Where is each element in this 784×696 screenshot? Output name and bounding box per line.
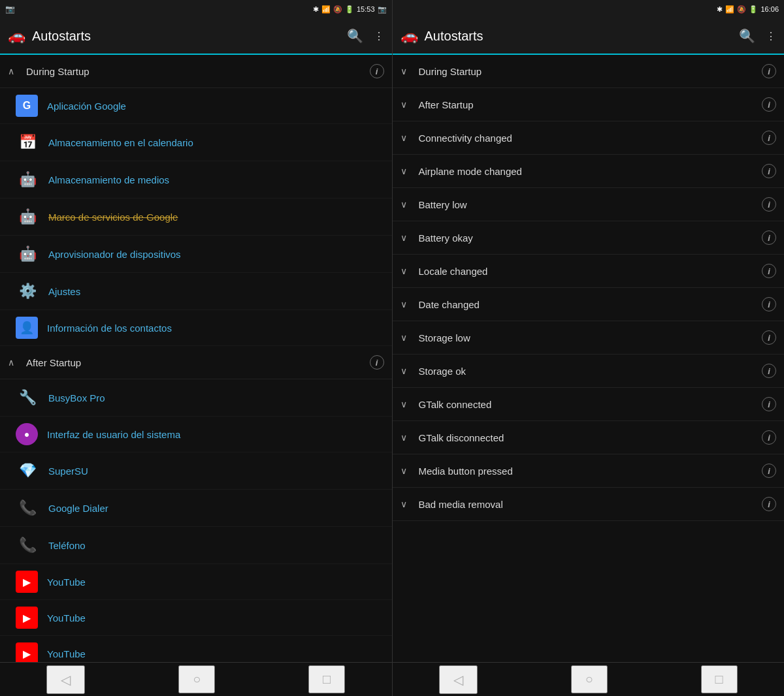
app-name: YouTube (47, 577, 86, 588)
bottom-nav: ◁ ○ □ ◁ ○ □ (0, 662, 784, 696)
back-button-left[interactable]: ◁ (46, 665, 85, 694)
chevron-cat-storage-ok: ∨ (400, 366, 411, 376)
info-cat-airplane[interactable]: i (762, 164, 776, 178)
list-item[interactable]: 📞 Google Dialer (0, 490, 392, 527)
recents-button-left[interactable]: □ (308, 665, 345, 693)
category-date[interactable]: ∨ Date changed i (393, 288, 785, 321)
search-button-left[interactable]: 🔍 (347, 28, 363, 44)
list-item[interactable]: 🔧 BusyBox Pro (0, 379, 392, 417)
app-icon-yt3: ▶ (16, 642, 38, 662)
list-item[interactable]: 📞 Teléfono (0, 527, 392, 564)
chevron-cat-battery-okay: ∨ (400, 232, 411, 243)
category-bad-media[interactable]: ∨ Bad media removal i (393, 488, 785, 521)
app-icon-media: 🤖 (16, 168, 39, 191)
category-during-startup[interactable]: ∨ During Startup i (393, 55, 785, 88)
cat-label: GTalk connected (419, 399, 762, 410)
mute-icon: 🔕 (333, 5, 342, 14)
status-bar-left: 📷 ✱ 📶 🔕 🔋 15:53 📷 (0, 0, 392, 18)
category-airplane[interactable]: ∨ Airplane mode changed i (393, 155, 785, 188)
category-after-startup[interactable]: ∨ After Startup i (393, 88, 785, 121)
info-cat-date[interactable]: i (762, 297, 776, 311)
cat-label: Media button pressed (419, 466, 762, 477)
back-button-right[interactable]: ◁ (439, 665, 478, 694)
bluetooth-icon-r: ✱ (717, 5, 723, 14)
list-item[interactable]: G Aplicación Google (0, 88, 392, 124)
chevron-cat-date: ∨ (400, 299, 411, 309)
home-button-left[interactable]: ○ (178, 665, 215, 693)
list-item[interactable]: 📅 Almacenamiento en el calendario (0, 124, 392, 161)
toolbar-title-left: Autostarts (32, 29, 347, 44)
app-icon-right: 🚗 (400, 27, 418, 44)
category-gtalk-conn[interactable]: ∨ GTalk connected i (393, 388, 785, 421)
category-battery-low[interactable]: ∨ Battery low i (393, 188, 785, 221)
app-name: Aplicación Google (47, 101, 126, 112)
more-button-right[interactable]: ⋮ (766, 30, 776, 42)
info-after[interactable]: i (370, 355, 384, 370)
more-button-left[interactable]: ⋮ (374, 30, 384, 42)
cat-label: During Startup (419, 66, 762, 77)
app-icon-yt2: ▶ (16, 607, 38, 629)
app-icon-sysui: ● (16, 423, 38, 445)
category-connectivity[interactable]: ∨ Connectivity changed i (393, 121, 785, 155)
category-gtalk-disc[interactable]: ∨ GTalk disconnected i (393, 421, 785, 454)
app-name: Aprovisionador de dispositivos (48, 249, 181, 260)
cat-label: Battery low (419, 199, 762, 210)
app-icon-dialer: 📞 (16, 496, 39, 520)
section-during-startup[interactable]: ∧ During Startup i (0, 55, 392, 88)
section-after-startup[interactable]: ∧ After Startup i (0, 346, 392, 379)
list-item[interactable]: 👤 Información de los contactos (0, 310, 392, 346)
info-cat-bad-media[interactable]: i (762, 497, 776, 511)
info-cat-storage-low[interactable]: i (762, 330, 776, 345)
info-cat-battery-low[interactable]: i (762, 197, 776, 212)
category-storage-ok[interactable]: ∨ Storage ok i (393, 355, 785, 388)
category-storage-low[interactable]: ∨ Storage low i (393, 321, 785, 355)
chevron-cat-gtalk-disc: ∨ (400, 432, 411, 443)
bottom-nav-right: ◁ ○ □ (392, 663, 785, 696)
info-cat-locale[interactable]: i (762, 264, 776, 278)
recents-button-right[interactable]: □ (701, 665, 738, 693)
toolbar-actions-left: 🔍 ⋮ (347, 28, 384, 44)
status-bar-right: ✱ 📶 🔕 🔋 16:06 (392, 0, 785, 18)
list-item[interactable]: ▶ YouTube (0, 600, 392, 636)
bluetooth-icon: ✱ (313, 5, 319, 14)
app-icon-telefono: 📞 (16, 533, 39, 557)
chevron-cat-locale: ∨ (400, 266, 411, 276)
status-bars: 📷 ✱ 📶 🔕 🔋 15:53 📷 ✱ 📶 🔕 🔋 16:06 (0, 0, 784, 18)
category-battery-okay[interactable]: ∨ Battery okay i (393, 221, 785, 255)
list-item[interactable]: ⚙️ Ajustes (0, 273, 392, 310)
time-left: 15:53 (357, 5, 375, 13)
info-cat-after[interactable]: i (762, 97, 776, 112)
info-cat-storage-ok[interactable]: i (762, 364, 776, 378)
home-button-right[interactable]: ○ (571, 665, 608, 693)
cat-label: Storage ok (419, 366, 762, 377)
list-item[interactable]: 🤖 Marco de servicios de Google (0, 198, 392, 236)
info-cat-gtalk-disc[interactable]: i (762, 430, 776, 445)
chevron-cat-airplane: ∨ (400, 166, 411, 176)
chevron-cat-storage-low: ∨ (400, 332, 411, 343)
list-item[interactable]: ● Interfaz de usuario del sistema (0, 417, 392, 452)
info-cat-during[interactable]: i (762, 64, 776, 78)
toolbar-actions-right: 🔍 ⋮ (739, 28, 776, 44)
list-item[interactable]: ▶ YouTube (0, 564, 392, 600)
info-cat-gtalk-conn[interactable]: i (762, 397, 776, 411)
category-locale[interactable]: ∨ Locale changed i (393, 255, 785, 288)
list-item[interactable]: ▶ YouTube (0, 636, 392, 662)
main-content: 🚗 Autostarts 🔍 ⋮ ∧ During Startup i G Ap… (0, 18, 784, 662)
info-cat-media-btn[interactable]: i (762, 464, 776, 478)
list-item[interactable]: 🤖 Aprovisionador de dispositivos (0, 236, 392, 273)
category-media-btn[interactable]: ∨ Media button pressed i (393, 454, 785, 488)
chevron-cat-media-btn: ∨ (400, 466, 411, 476)
list-item[interactable]: 💎 SuperSU (0, 452, 392, 490)
toolbar-right: 🚗 Autostarts 🔍 ⋮ (393, 18, 785, 55)
app-name: Almacenamiento de medios (48, 174, 169, 185)
search-button-right[interactable]: 🔍 (739, 28, 755, 44)
app-name: YouTube (47, 612, 86, 624)
info-cat-connectivity[interactable]: i (762, 131, 776, 145)
signal-icon-r: 📶 (725, 5, 734, 14)
app-name: Ajustes (48, 286, 80, 297)
info-during[interactable]: i (370, 64, 384, 78)
chevron-during: ∧ (8, 66, 18, 76)
list-item[interactable]: 🤖 Almacenamiento de medios (0, 161, 392, 198)
info-cat-battery-okay[interactable]: i (762, 230, 776, 245)
app-name: Teléfono (48, 540, 86, 551)
